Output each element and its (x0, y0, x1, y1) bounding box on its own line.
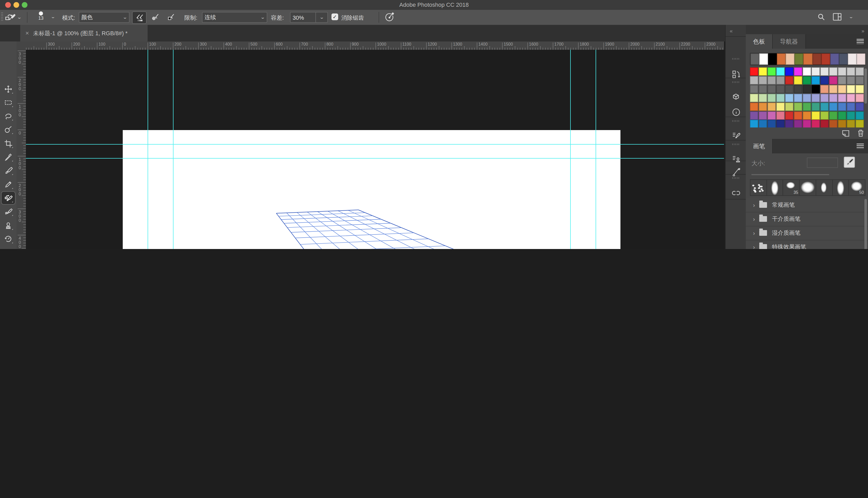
new-swatch-icon[interactable] (842, 130, 849, 137)
brush-preset-picker[interactable]: 13 (32, 11, 50, 24)
recent-swatch[interactable] (803, 53, 812, 65)
swatch[interactable] (820, 111, 829, 119)
recent-swatch[interactable] (857, 53, 865, 65)
expand-icon[interactable]: › (753, 202, 755, 208)
swatch[interactable] (838, 93, 846, 102)
brush-preset[interactable] (816, 179, 832, 196)
swatch[interactable] (768, 120, 776, 128)
workspace-chevron[interactable]: ⌄ (849, 14, 854, 19)
mode-select[interactable]: 颜色⌄ (79, 12, 130, 23)
swatch[interactable] (785, 76, 794, 84)
recent-swatch[interactable] (848, 53, 857, 65)
ruler-origin-corner[interactable] (16, 41, 26, 50)
history-brush-tool[interactable] (2, 233, 15, 245)
brushes-scrollbar[interactable] (864, 199, 867, 249)
brush-tool[interactable] (2, 165, 15, 177)
brush-preset[interactable]: 50 (849, 179, 865, 196)
swatch[interactable] (838, 67, 846, 76)
close-tab-icon[interactable]: × (25, 29, 29, 37)
swatch[interactable] (785, 120, 794, 128)
swatch[interactable] (759, 67, 767, 76)
swatch[interactable] (794, 120, 802, 128)
tool-preset-button[interactable]: ⌄ (5, 11, 22, 23)
recent-swatch[interactable] (821, 53, 830, 65)
swatch[interactable] (750, 76, 758, 84)
swatch[interactable] (750, 120, 758, 128)
swatch[interactable] (759, 85, 767, 93)
eraser-tool[interactable] (2, 246, 15, 249)
swatch[interactable] (794, 76, 802, 84)
lasso-tool[interactable] (2, 110, 15, 122)
swatch[interactable] (856, 102, 864, 110)
expand-icon[interactable]: › (753, 244, 755, 249)
brush-settings-button[interactable] (843, 156, 856, 169)
swatch[interactable] (803, 111, 811, 119)
clone-source-panel-icon[interactable] (730, 153, 742, 165)
limit-select[interactable]: 连续⌄ (202, 12, 267, 23)
swatch[interactable] (856, 120, 864, 128)
properties-panel-icon[interactable] (730, 91, 742, 103)
dock-group-grip[interactable] (732, 177, 740, 179)
swatch[interactable] (812, 120, 820, 128)
move-tool[interactable] (2, 83, 15, 95)
sampling-continuous-button[interactable] (132, 11, 147, 24)
swatch[interactable] (785, 93, 794, 102)
swatch[interactable] (776, 76, 785, 84)
dock-group-grip[interactable] (732, 58, 740, 60)
swatch[interactable] (803, 93, 811, 102)
swatch[interactable] (838, 85, 846, 93)
swatch[interactable] (812, 76, 820, 84)
swatch[interactable] (829, 93, 838, 102)
swatch[interactable] (759, 93, 767, 102)
guide-vertical[interactable] (570, 50, 571, 249)
swatch[interactable] (803, 120, 811, 128)
guide-vertical[interactable] (595, 50, 596, 249)
color-replacement-tool[interactable] (2, 192, 15, 205)
swatch[interactable] (768, 93, 776, 102)
canvas-area[interactable] (26, 50, 724, 249)
swatch[interactable] (803, 67, 811, 76)
swatches-tab[interactable]: 导航器 (773, 34, 805, 49)
swatch[interactable] (803, 102, 811, 110)
tool-presets-panel-icon[interactable] (730, 166, 742, 177)
swatch[interactable] (812, 111, 820, 119)
guide-horizontal[interactable] (26, 158, 724, 159)
brush-folder-row[interactable]: ›干介质画笔 (746, 212, 868, 226)
recent-swatch[interactable] (786, 53, 795, 65)
swatch[interactable] (829, 67, 838, 76)
swatch[interactable] (794, 102, 802, 110)
swatch[interactable] (820, 93, 829, 102)
swatch[interactable] (820, 76, 829, 84)
quick-selection-tool[interactable] (2, 124, 15, 136)
swatches-tab[interactable]: 色板 (746, 34, 773, 49)
swatch[interactable] (856, 67, 864, 76)
workspace-switcher-icon[interactable] (833, 13, 842, 23)
guide-vertical[interactable] (148, 50, 148, 249)
clone-stamp-tool[interactable] (2, 219, 15, 232)
smoothing-options-button[interactable] (384, 12, 395, 25)
swatch[interactable] (829, 111, 838, 119)
swatch[interactable] (847, 120, 855, 128)
swatch[interactable] (847, 93, 855, 102)
swatch[interactable] (750, 93, 758, 102)
libraries-panel-icon[interactable] (730, 187, 742, 198)
eyedropper-tool[interactable] (2, 151, 15, 163)
crop-tool[interactable] (2, 137, 15, 150)
sampling-background-button[interactable] (165, 11, 178, 23)
swatch[interactable] (856, 111, 864, 119)
swatch[interactable] (838, 120, 846, 128)
swatch[interactable] (759, 120, 767, 128)
panel-menu-icon[interactable] (857, 39, 864, 44)
swatch[interactable] (750, 85, 758, 93)
vertical-ruler[interactable]: 3002001000100200300400500600700800900100… (16, 50, 26, 249)
swatch[interactable] (776, 85, 785, 93)
swatch[interactable] (820, 120, 829, 128)
brush-preset[interactable] (750, 179, 767, 196)
swatch[interactable] (768, 67, 776, 76)
brush-preset[interactable] (832, 179, 849, 196)
dock-group-grip[interactable] (732, 81, 740, 83)
mixer-brush-tool[interactable] (2, 206, 15, 218)
swatch[interactable] (847, 76, 855, 84)
swatch[interactable] (838, 76, 846, 84)
document-tab[interactable]: × 未标题-1 @ 100% (图层 1, RGB/8#) * (20, 25, 148, 41)
